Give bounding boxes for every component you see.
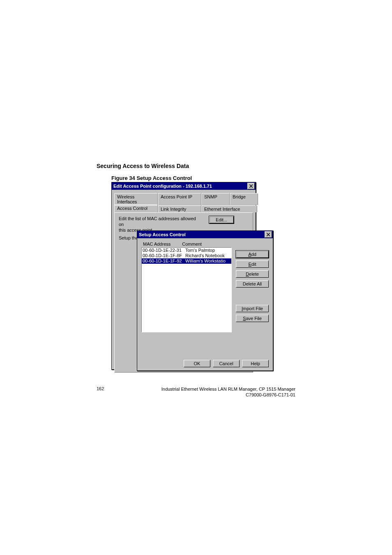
window-title: Edit Access Point configuration - 192.16…: [113, 184, 247, 189]
window-titlebar: Edit Access Point configuration - 192.16…: [112, 182, 256, 190]
list-item-comment: Tom's Palmtop: [184, 248, 215, 253]
tab-wireless-interfaces[interactable]: Wireless Interfaces: [114, 193, 158, 205]
figure-caption: Figure 34 Setup Access Control: [111, 175, 192, 181]
tab-bridge[interactable]: Bridge: [230, 193, 258, 205]
list-item[interactable]: 00-60-1D-1E-22-31Tom's Palmtop: [142, 248, 231, 253]
list-column-headers: MAC Address Comment: [143, 242, 269, 246]
tab-ethernet-interface[interactable]: Ethernet Interface: [201, 205, 257, 212]
edit-button[interactable]: Edit: [236, 260, 269, 268]
footer-text: Industrial Ethernet Wireless LAN RLM Man…: [161, 386, 295, 398]
list-item-mac: 00-60-1D-1E-1F-92: [142, 258, 184, 264]
add-button[interactable]: Add: [236, 251, 269, 258]
cancel-button[interactable]: Cancel: [213, 360, 240, 367]
window-title: Setup Access Control: [139, 232, 265, 237]
page-number: 162: [97, 386, 104, 391]
tab-link-integrity[interactable]: Link Integrity: [158, 205, 201, 212]
section-title: Securing Access to Wireless Data: [97, 163, 189, 169]
window-titlebar: Setup Access Control: [137, 231, 273, 238]
tab-snmp[interactable]: SNMP: [201, 193, 230, 205]
delete-all-button[interactable]: Delete All: [236, 280, 269, 288]
list-item[interactable]: 00-60-1D-1E-1F-92William's Workstatio: [142, 258, 231, 264]
close-icon[interactable]: [247, 183, 255, 189]
tabs-row-2: Access Control Link Integrity Ethernet I…: [114, 205, 253, 212]
list-item-mac: 00-60-1D-1E-22-31: [142, 248, 184, 253]
save-file-button[interactable]: Save File: [236, 315, 269, 322]
list-item-mac: 00-60-1D-1E-1F-8F: [142, 253, 184, 258]
delete-button[interactable]: Delete: [236, 270, 269, 278]
tab-access-control[interactable]: Access Control: [114, 205, 158, 212]
help-button[interactable]: Help: [242, 360, 269, 367]
mac-address-list[interactable]: 00-60-1D-1E-22-31Tom's Palmtop00-60-1D-1…: [141, 247, 232, 332]
tab-access-point-ip[interactable]: Access Point IP: [158, 193, 201, 205]
bottom-button-row: OK Cancel Help: [184, 360, 269, 367]
tabs-row-1: Wireless Interfaces Access Point IP SNMP…: [114, 192, 253, 205]
setup-access-control-window: Setup Access Control MAC Address Comment…: [137, 230, 273, 371]
list-item-comment: Richard's Notebook: [184, 253, 225, 258]
list-item[interactable]: 00-60-1D-1E-1F-8FRichard's Notebook: [142, 253, 231, 258]
import-file-button[interactable]: Import File: [236, 305, 269, 312]
edit-button[interactable]: Edit...: [209, 216, 234, 223]
col-header-comment: Comment: [182, 242, 202, 246]
col-header-mac: MAC Address: [143, 242, 171, 246]
list-item-comment: William's Workstatio: [184, 258, 226, 264]
side-button-column: Add Edit Delete Delete All Import File S…: [236, 251, 269, 322]
close-icon[interactable]: [265, 231, 272, 238]
ok-button[interactable]: OK: [184, 360, 210, 367]
